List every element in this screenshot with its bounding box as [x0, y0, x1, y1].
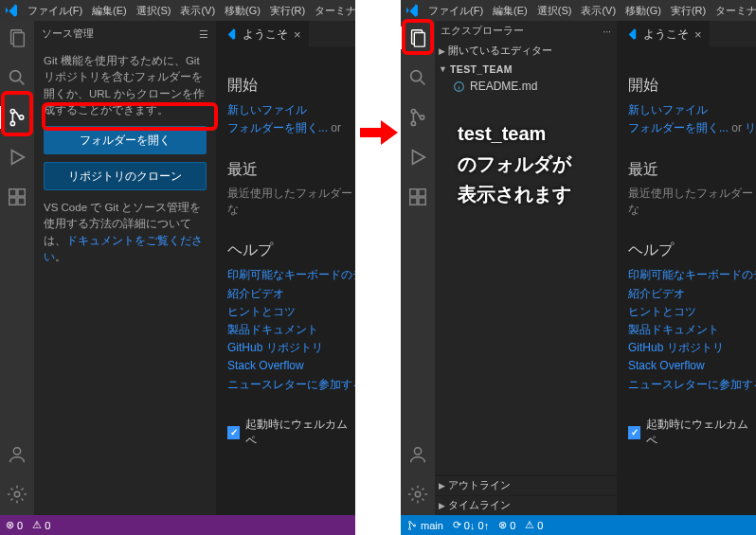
- source-control-icon[interactable]: [406, 106, 429, 129]
- right-pane: ファイル(F) 編集(E) 選択(S) 表示(V) 移動(G) 実行(R) ター…: [401, 0, 756, 535]
- menu-terminal[interactable]: ターミナル(T): [310, 4, 355, 18]
- help-link[interactable]: Stack Overflow: [628, 357, 756, 375]
- recent-none: 最近使用したフォルダーな: [227, 187, 352, 216]
- debug-icon[interactable]: [406, 146, 429, 169]
- outline-section[interactable]: ▶ アウトライン: [435, 475, 617, 495]
- help-link[interactable]: ニュースレターに参加する: [227, 376, 355, 394]
- settings-icon[interactable]: [406, 483, 429, 506]
- info-file-icon: [452, 80, 465, 93]
- folder-section[interactable]: ▼ TEST_TEAM: [435, 61, 617, 78]
- clone-repo-button[interactable]: リポジトリのクローン: [44, 162, 207, 190]
- status-warnings[interactable]: ⚠0: [32, 519, 50, 531]
- welcome-tab[interactable]: ようこそ ×: [216, 21, 309, 47]
- arrow-icon: [360, 114, 398, 152]
- recent-none: 最近使用したフォルダーな: [628, 187, 753, 216]
- welcome-checkbox[interactable]: ✓ 起動時にウェルカム ペ: [227, 417, 355, 449]
- welcome-checkbox[interactable]: ✓ 起動時にウェルカム ペ: [628, 417, 756, 449]
- editor-area: ようこそ × 開始 新しいファイル フォルダーを開く... or 最近 最近使用…: [216, 21, 355, 515]
- menu-view[interactable]: 表示(V): [576, 4, 621, 18]
- menu-run[interactable]: 実行(R): [265, 4, 310, 18]
- svg-point-25: [409, 521, 411, 523]
- file-item[interactable]: README.md: [435, 78, 617, 95]
- status-warnings[interactable]: ⚠0: [525, 519, 543, 531]
- activitybar: [0, 21, 34, 515]
- extensions-icon[interactable]: [6, 186, 28, 208]
- svg-rect-18: [410, 189, 417, 196]
- vscode-icon: [4, 3, 19, 18]
- menu-go[interactable]: 移動(G): [621, 4, 666, 18]
- search-icon[interactable]: [6, 66, 28, 89]
- start-heading: 開始: [628, 76, 756, 96]
- explorer-icon[interactable]: [6, 27, 28, 49]
- svg-point-15: [411, 109, 415, 113]
- svg-rect-6: [9, 189, 16, 196]
- help-link[interactable]: ヒントとコツ: [628, 303, 756, 321]
- accounts-icon[interactable]: [406, 443, 429, 466]
- status-sync[interactable]: ⟳ 0↓ 0↑: [453, 519, 489, 531]
- sidebar-title-row: ソース管理 ☰: [34, 21, 216, 47]
- close-icon[interactable]: ×: [694, 27, 702, 42]
- tab-bar: ようこそ ×: [216, 21, 355, 47]
- welcome-tab[interactable]: ようこそ ×: [617, 21, 710, 47]
- open-folder-link[interactable]: フォルダーを開く... or リポジ: [628, 119, 756, 137]
- extensions-icon[interactable]: [406, 186, 429, 208]
- menu-edit[interactable]: 編集(E): [87, 4, 132, 18]
- menu-file[interactable]: ファイル(F): [423, 4, 488, 18]
- svg-point-10: [13, 448, 20, 455]
- help-link[interactable]: Stack Overflow: [227, 357, 355, 375]
- help-link[interactable]: GitHub リポジトリ: [227, 339, 355, 357]
- help-link[interactable]: 印刷可能なキーボードのチ: [628, 266, 756, 284]
- status-errors[interactable]: ⊗0: [498, 519, 515, 531]
- svg-point-27: [414, 525, 416, 526]
- open-folder-button[interactable]: フォルダーを開く: [44, 126, 207, 154]
- search-icon[interactable]: [406, 66, 429, 89]
- menu-go[interactable]: 移動(G): [220, 4, 265, 18]
- menu-file[interactable]: ファイル(F): [23, 4, 87, 18]
- sidebar: ソース管理 ☰ Git 機能を使用するために、Git リポジトリを含むフォルダー…: [34, 21, 216, 515]
- menu-selection[interactable]: 選択(S): [532, 4, 577, 18]
- open-editors-section[interactable]: ▶ 開いているエディター: [435, 42, 617, 61]
- accounts-icon[interactable]: [6, 443, 28, 466]
- help-link[interactable]: 製品ドキュメント: [628, 321, 756, 339]
- help-link[interactable]: 紹介ビデオ: [628, 285, 756, 303]
- svg-point-11: [14, 491, 20, 497]
- help-link[interactable]: 製品ドキュメント: [227, 321, 355, 339]
- menu-view[interactable]: 表示(V): [175, 4, 220, 18]
- svg-rect-8: [9, 198, 16, 205]
- menubar: ファイル(F) 編集(E) 選択(S) 表示(V) 移動(G) 実行(R) ター…: [401, 0, 756, 21]
- status-errors[interactable]: ⊗0: [6, 519, 23, 531]
- statusbar: ⊗0 ⚠0: [0, 515, 355, 535]
- tab-label: ようこそ: [643, 27, 689, 43]
- svg-point-23: [415, 491, 421, 497]
- help-link[interactable]: ヒントとコツ: [227, 303, 355, 321]
- scm-note: VS Code で Git とソース管理を使用する方法の詳細については、ドキュメ…: [44, 200, 207, 265]
- editor-area: ようこそ × 開始 新しいファイル フォルダーを開く... or リポジ 最近 …: [617, 21, 756, 515]
- source-control-icon[interactable]: [6, 106, 28, 129]
- welcome-view: 開始 新しいファイル フォルダーを開く... or リポジ 最近 最近使用したフ…: [617, 47, 756, 449]
- docs-link[interactable]: ドキュメントをご覧ください: [44, 235, 203, 262]
- explorer-icon[interactable]: [406, 27, 429, 49]
- debug-icon[interactable]: [6, 146, 28, 169]
- open-folder-link[interactable]: フォルダーを開く... or: [227, 119, 355, 137]
- help-link[interactable]: GitHub リポジトリ: [628, 339, 756, 357]
- status-branch[interactable]: main: [406, 520, 443, 531]
- menu-selection[interactable]: 選択(S): [132, 4, 176, 18]
- view-list-icon[interactable]: ☰: [199, 28, 208, 40]
- help-link[interactable]: 紹介ビデオ: [227, 285, 355, 303]
- svg-rect-13: [414, 33, 424, 47]
- scm-info-text: Git 機能を使用するために、Git リポジトリを含むフォルダーを開くか、URL…: [44, 53, 207, 118]
- new-file-link[interactable]: 新しいファイル: [227, 101, 355, 119]
- timeline-section[interactable]: ▶ タイムライン: [435, 495, 617, 515]
- more-icon[interactable]: ···: [603, 26, 611, 37]
- menu-terminal[interactable]: ターミナル(T): [711, 4, 756, 18]
- menu-run[interactable]: 実行(R): [666, 4, 711, 18]
- chevron-right-icon: ▶: [439, 481, 445, 490]
- help-link[interactable]: ニュースレターに参加する: [628, 376, 756, 394]
- menu-edit[interactable]: 編集(E): [488, 4, 532, 18]
- new-file-link[interactable]: 新しいファイル: [628, 101, 756, 119]
- settings-icon[interactable]: [6, 483, 28, 506]
- sidebar-title: ソース管理: [42, 27, 94, 41]
- help-link[interactable]: 印刷可能なキーボードのチ: [227, 266, 355, 284]
- close-icon[interactable]: ×: [294, 27, 301, 42]
- vscode-icon: [224, 27, 237, 41]
